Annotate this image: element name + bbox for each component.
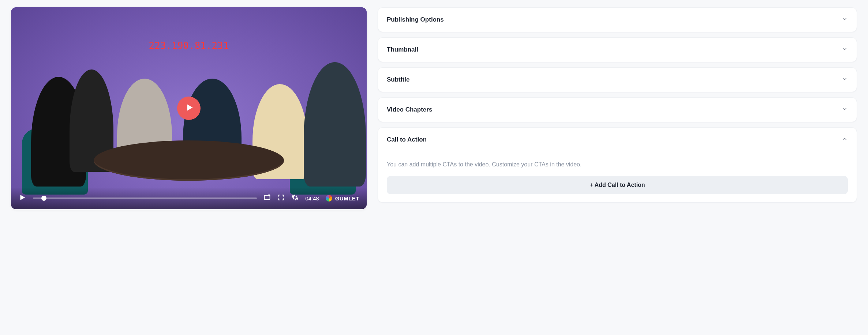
chevron-down-icon: [841, 16, 848, 24]
settings-icon[interactable]: [291, 194, 299, 203]
cta-help-text: You can add multiple CTAs to the video. …: [387, 160, 848, 169]
panel-title: Thumbnail: [387, 46, 418, 53]
brand-logo-icon: [326, 195, 332, 202]
panel-header-thumbnail[interactable]: Thumbnail: [378, 38, 857, 62]
app-root: 223.190.81.231: [11, 7, 857, 209]
seek-bar[interactable]: [33, 197, 257, 199]
chevron-down-icon: [841, 76, 848, 84]
panel-call-to-action: Call to Action You can add multiple CTAs…: [378, 127, 857, 203]
panel-body-cta: You can add multiple CTAs to the video. …: [378, 152, 857, 202]
add-cta-button[interactable]: + Add Call to Action: [387, 176, 848, 194]
panel-video-chapters: Video Chapters: [378, 97, 857, 122]
settings-sidebar: Publishing Options Thumbnail Subtitle: [378, 7, 857, 203]
panel-title: Video Chapters: [387, 106, 432, 113]
ip-watermark: 223.190.81.231: [149, 40, 229, 51]
panel-title: Subtitle: [387, 76, 409, 83]
svg-rect-0: [265, 195, 270, 200]
seek-knob[interactable]: [41, 196, 46, 201]
pip-icon[interactable]: [263, 194, 271, 203]
panel-thumbnail: Thumbnail: [378, 37, 857, 62]
video-controls: 04:48 GUMLET: [11, 187, 367, 209]
panel-title: Call to Action: [387, 136, 427, 143]
brand-badge[interactable]: GUMLET: [326, 195, 359, 202]
fullscreen-icon[interactable]: [277, 194, 285, 203]
panel-header-chapters[interactable]: Video Chapters: [378, 98, 857, 122]
panel-header-subtitle[interactable]: Subtitle: [378, 68, 857, 92]
center-play-button[interactable]: [177, 97, 201, 120]
panel-header-publishing[interactable]: Publishing Options: [378, 8, 857, 32]
play-icon: [183, 103, 194, 114]
panel-publishing-options: Publishing Options: [378, 7, 857, 32]
panel-title: Publishing Options: [387, 16, 444, 23]
chevron-up-icon: [841, 136, 848, 144]
video-card: 223.190.81.231: [11, 7, 367, 209]
play-button[interactable]: [18, 193, 26, 203]
chevron-down-icon: [841, 106, 848, 114]
brand-name: GUMLET: [335, 195, 359, 202]
chevron-down-icon: [841, 46, 848, 54]
panel-header-cta[interactable]: Call to Action: [378, 128, 857, 152]
panel-subtitle: Subtitle: [378, 67, 857, 92]
video-player[interactable]: 223.190.81.231: [11, 7, 367, 209]
duration-display: 04:48: [305, 195, 319, 202]
